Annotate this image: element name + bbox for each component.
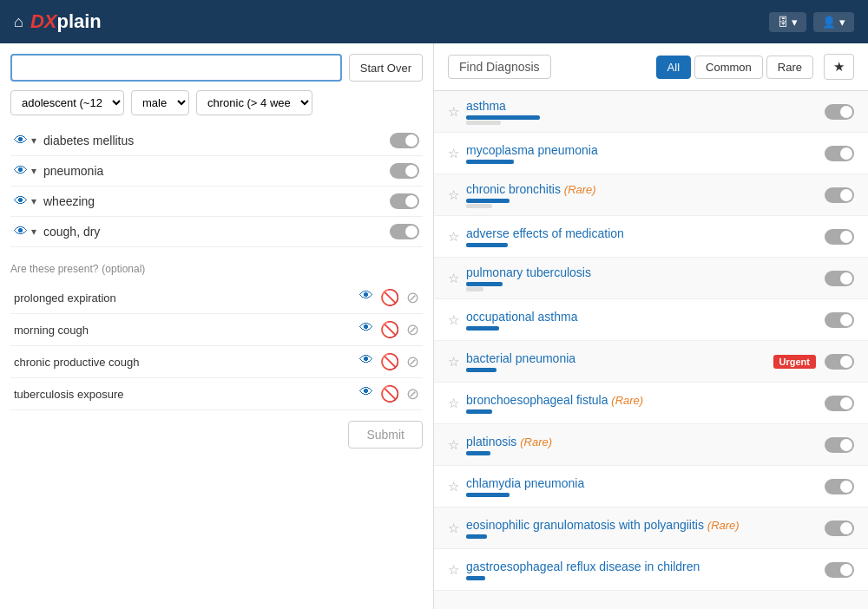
diagnosis-toggle[interactable] [825,396,854,411]
diagnosis-star-icon[interactable]: ☆ [448,396,459,411]
header-left: ⌂ DXplain [14,10,102,33]
diagnosis-star-icon[interactable]: ☆ [448,146,459,161]
diagnosis-toggle[interactable] [825,271,854,286]
dropdowns-row: adolescent (~12 male chronic (> 4 wee [10,90,423,115]
diagnosis-toggle[interactable] [825,187,854,203]
diagnosis-toggle[interactable] [825,229,854,245]
symptom-item: 👁 ▾ wheezing [10,187,423,217]
diagnosis-toggle[interactable] [825,521,854,536]
diagnosis-toggle[interactable] [825,479,854,494]
optional-item: tuberculosis exposure 👁 🚫 ⊘ [10,378,423,410]
symptom-expand-icon[interactable]: ▾ [31,195,36,207]
optional-yes-icon[interactable]: 👁 [359,352,373,371]
diagnosis-item: ☆ adverse effects of medication [434,216,868,258]
find-diagnosis-input[interactable]: Find Diagnosis [448,55,551,79]
user-button[interactable]: 👤 ▾ [813,12,854,32]
home-icon[interactable]: ⌂ [14,13,23,31]
diagnosis-content: gastroesophageal reflux disease in child… [466,560,825,580]
diagnosis-item: ☆ bacterial pneumonia Urgent [434,341,868,383]
rare-label: (Rare) [564,183,596,196]
diagnosis-name[interactable]: platinosis (Rare) [466,435,825,449]
symptom-toggle[interactable] [390,224,419,239]
filter-tab-common[interactable]: Common [694,56,763,79]
optional-no-icon[interactable]: 🚫 [380,320,399,339]
symptom-toggle[interactable] [390,193,419,209]
diagnosis-star-icon[interactable]: ☆ [448,521,459,536]
optional-yes-icon[interactable]: 👁 [359,288,373,307]
symptom-eye-icon[interactable]: 👁 [14,163,28,179]
diagnosis-content: pulmonary tuberculosis [466,265,825,291]
symptom-expand-icon[interactable]: ▾ [31,226,36,238]
diagnosis-name[interactable]: bronchoesophageal fistula (Rare) [466,393,825,407]
diagnosis-toggle[interactable] [825,104,854,120]
diagnosis-name[interactable]: chlamydia pneumonia [466,476,825,490]
diagnosis-star-icon[interactable]: ☆ [448,354,459,370]
search-input[interactable] [10,54,342,82]
diagnosis-star-icon[interactable]: ☆ [448,437,459,453]
optional-no-icon[interactable]: 🚫 [380,288,399,307]
start-over-button[interactable]: Start Over [349,54,423,82]
diagnosis-content: bacterial pneumonia [466,351,773,372]
diagnosis-score-bar [466,576,485,580]
optional-unknown-icon[interactable]: ⊘ [406,288,419,307]
tools-button[interactable]: 🗄 ▾ [769,12,807,32]
symptom-eye-icon[interactable]: 👁 [14,133,28,148]
gender-dropdown[interactable]: male [131,90,189,115]
symptom-eye-icon[interactable]: 👁 [14,193,28,209]
optional-no-icon[interactable]: 🚫 [380,352,399,371]
diagnosis-item: ☆ bronchoesophageal fistula (Rare) [434,383,868,424]
symptom-eye-icon[interactable]: 👁 [14,224,28,239]
optional-unknown-icon[interactable]: ⊘ [406,352,419,371]
diagnosis-name[interactable]: adverse effects of medication [466,226,825,240]
diagnosis-content: asthma [466,99,825,125]
diagnosis-name[interactable]: pulmonary tuberculosis [466,265,825,279]
diagnosis-name[interactable]: eosinophilic granulomatosis with polyang… [466,518,825,532]
diagnosis-name[interactable]: mycoplasma pneumonia [466,143,825,157]
symptom-toggle[interactable] [390,133,419,148]
diagnosis-name[interactable]: gastroesophageal reflux disease in child… [466,560,825,573]
diagnosis-toggle[interactable] [825,312,854,328]
diagnosis-toggle[interactable] [825,562,854,578]
star-filter-button[interactable]: ★ [824,54,854,80]
optional-item-name: chronic productive cough [14,356,359,369]
diagnosis-toggle[interactable] [825,437,854,453]
rare-label: (Rare) [611,394,643,407]
duration-dropdown[interactable]: chronic (> 4 wee [196,90,312,115]
symptom-toggle[interactable] [390,163,419,179]
diagnosis-item: ☆ chlamydia pneumonia [434,466,868,508]
symptom-expand-icon[interactable]: ▾ [31,134,36,147]
diagnosis-star-icon[interactable]: ☆ [448,271,459,286]
optional-unknown-icon[interactable]: ⊘ [406,384,419,403]
diagnosis-content: occupational asthma [466,310,825,331]
diagnosis-star-icon[interactable]: ☆ [448,187,459,203]
rare-label: (Rare) [520,435,552,449]
submit-button[interactable]: Submit [348,421,423,449]
optional-header: Are these present? (optional) [10,261,423,275]
symptom-expand-icon[interactable]: ▾ [31,165,36,177]
diagnosis-bar [466,368,773,372]
diagnosis-star-icon[interactable]: ☆ [448,229,459,245]
diagnosis-star-icon[interactable]: ☆ [448,562,459,578]
filter-tab-all[interactable]: All [656,56,691,79]
optional-yes-icon[interactable]: 👁 [359,384,373,403]
optional-no-icon[interactable]: 🚫 [380,384,399,403]
age-dropdown[interactable]: adolescent (~12 [10,90,124,115]
diagnosis-name[interactable]: occupational asthma [466,310,825,324]
rare-label: (Rare) [707,519,740,532]
diagnosis-star-icon[interactable]: ☆ [448,479,459,494]
optional-yes-icon[interactable]: 👁 [359,320,373,339]
filter-tab-rare[interactable]: Rare [766,56,813,79]
diagnosis-star-icon[interactable]: ☆ [448,312,459,328]
optional-unknown-icon[interactable]: ⊘ [406,320,419,339]
diagnosis-secondary-bar [466,121,501,125]
logo: DXplain [30,10,102,33]
diagnosis-item: ☆ chronic bronchitis (Rare) [434,174,868,216]
diagnosis-secondary-bar [466,204,492,208]
diagnosis-star-icon[interactable]: ☆ [448,104,459,120]
diagnosis-toggle[interactable] [825,354,854,370]
diagnosis-name[interactable]: bacterial pneumonia [466,351,773,365]
diagnosis-toggle[interactable] [825,146,854,161]
diagnosis-name[interactable]: asthma [466,99,825,113]
diagnosis-name[interactable]: chronic bronchitis (Rare) [466,182,825,196]
symptom-name: diabetes mellitus [43,134,390,147]
